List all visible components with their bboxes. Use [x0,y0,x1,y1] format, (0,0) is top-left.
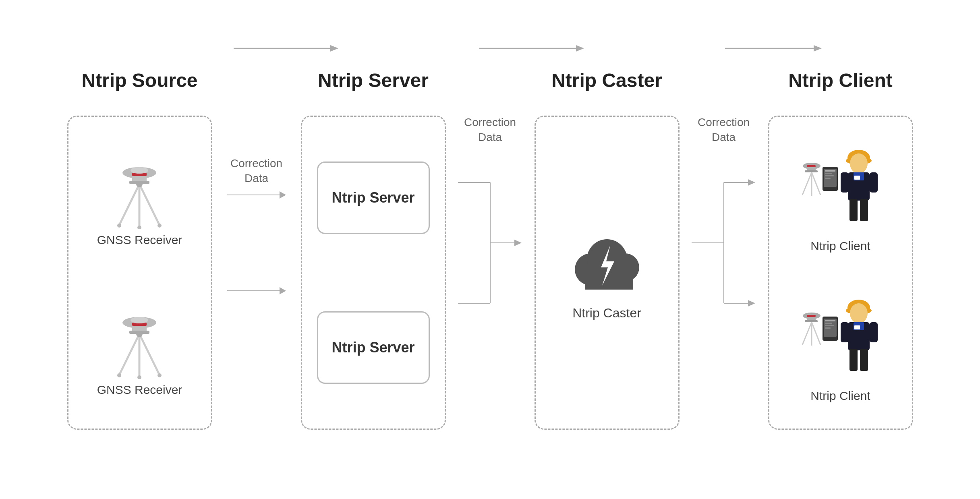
svg-rect-83 [870,322,878,342]
svg-point-55 [850,153,868,174]
ntrip-caster-box: Ntrip Caster [535,116,680,430]
client-figure-icon-2 [796,292,885,385]
branch-arrow-3 [692,150,756,335]
svg-rect-72 [825,320,835,321]
gnss-antenna-icon-1 [103,149,176,229]
ntrip-caster-column: Ntrip Caster Ntrip Caster [530,69,684,430]
gnss-receiver-2-label: GNSS Receiver [97,383,182,397]
ntrip-server-1-label: Ntrip Server [332,189,414,206]
svg-rect-62 [860,199,868,221]
svg-rect-50 [825,173,832,174]
cloud-icon [563,225,651,298]
ntrip-source-box: GNSS Receiver GNSS R [67,116,212,430]
ntrip-server-2-label: Ntrip Server [332,339,414,356]
ntrip-client-2-label: Ntrip Client [810,389,870,403]
ntrip-caster-title: Ntrip Caster [551,69,662,91]
svg-rect-43 [807,165,816,167]
arrow-section-1: CorrectionData [216,156,297,294]
svg-line-5 [119,184,139,225]
svg-rect-51 [825,175,834,176]
gnss-antenna-icon-2 [103,298,176,379]
ntrip-server-box-2: Ntrip Server [317,311,430,384]
ntrip-server-box: Ntrip Server Ntrip Server [301,116,446,430]
svg-rect-41 [807,164,816,171]
svg-point-22 [157,373,162,377]
svg-marker-39 [748,300,755,306]
svg-line-46 [812,172,820,195]
gnss-receiver-1: GNSS Receiver [97,149,182,247]
svg-rect-85 [860,349,868,371]
svg-rect-84 [849,349,858,371]
svg-rect-73 [825,323,832,324]
ntrip-source-column: Ntrip Source [63,69,216,430]
svg-point-21 [137,375,141,379]
svg-rect-75 [825,327,831,329]
svg-point-16 [131,317,148,323]
ntrip-caster-label: Ntrip Caster [572,306,641,321]
ntrip-client-1-label: Ntrip Client [810,239,870,253]
svg-rect-81 [854,325,860,329]
svg-point-10 [157,224,162,228]
ntrip-server-title: Ntrip Server [318,69,429,91]
svg-rect-42 [805,170,818,172]
ntrip-source-title: Ntrip Source [81,69,197,91]
svg-line-67 [802,322,812,345]
svg-rect-65 [805,320,818,322]
svg-point-8 [117,224,121,228]
svg-point-11 [136,181,143,187]
arrow-section-3: CorrectionData [684,115,764,335]
svg-point-9 [137,226,141,229]
svg-point-23 [136,331,143,337]
svg-rect-64 [807,314,816,321]
svg-rect-82 [841,322,849,342]
gnss-receiver-2: GNSS Receiver [97,298,182,397]
ntrip-server-box-1: Ntrip Server [317,162,430,234]
ntrip-client-1: Ntrip Client [796,143,885,253]
svg-rect-58 [854,176,860,180]
ntrip-client-box: Ntrip Client [768,116,913,430]
svg-point-4 [131,167,148,174]
svg-rect-61 [849,199,858,221]
svg-point-20 [117,373,121,377]
svg-line-17 [119,334,139,375]
svg-point-78 [850,303,868,323]
ntrip-architecture-diagram: Ntrip Source [0,0,980,499]
client-figure-icon-1 [796,143,885,235]
svg-line-44 [802,172,812,195]
gnss-receiver-1-label: GNSS Receiver [97,233,182,247]
svg-line-19 [139,334,160,375]
ntrip-caster-icon-container: Ntrip Caster [563,225,651,321]
svg-rect-60 [870,172,878,193]
svg-rect-74 [825,325,834,326]
svg-marker-28 [514,240,522,246]
ntrip-server-column: Ntrip Server Ntrip Server Ntrip Server [297,69,450,430]
correction-label-1: CorrectionData [230,156,282,186]
ntrip-client-title: Ntrip Client [788,69,893,91]
ntrip-client-2: Ntrip Client [796,292,885,403]
svg-rect-49 [825,170,835,172]
svg-line-69 [812,322,820,345]
correction-label-2: CorrectionData [464,115,516,145]
svg-rect-66 [807,315,816,317]
correction-label-3: CorrectionData [698,115,750,145]
ntrip-client-column: Ntrip Client [764,69,917,430]
svg-line-7 [139,184,160,225]
branch-arrow-2 [458,150,522,335]
arrow-section-2: CorrectionData [450,115,530,335]
svg-marker-37 [748,179,755,186]
svg-rect-52 [825,178,831,179]
svg-rect-59 [841,172,849,193]
